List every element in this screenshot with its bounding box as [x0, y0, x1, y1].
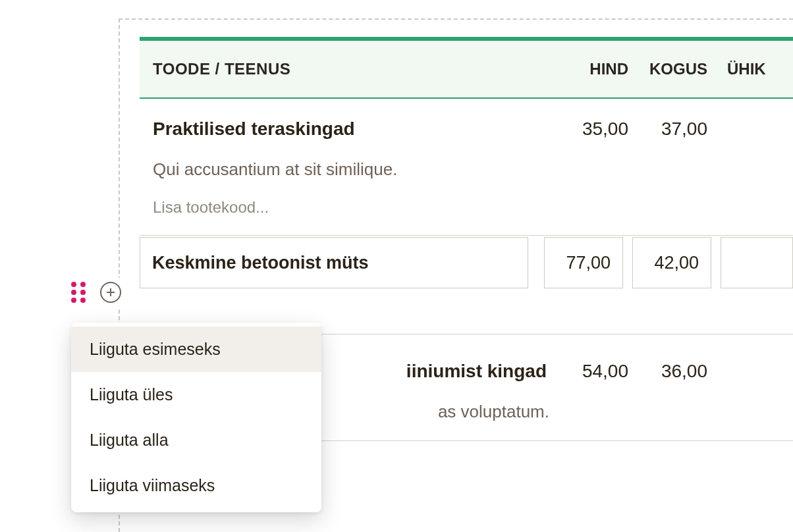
table-header-row: TOODE / TEENUS HIND KOGUS ÜHIK: [140, 41, 793, 99]
menu-item-move-last[interactable]: Liiguta viimaseks: [71, 463, 321, 508]
menu-item-move-down[interactable]: Liiguta alla: [71, 417, 321, 463]
menu-item-move-up[interactable]: Liiguta üles: [71, 372, 321, 417]
price-cell[interactable]: 54,00: [549, 361, 628, 382]
product-description[interactable]: Qui accusantium at sit similique.: [153, 159, 780, 180]
product-name[interactable]: Praktilised teraskingad: [153, 119, 549, 140]
menu-item-move-first[interactable]: Liiguta esimeseks: [71, 327, 321, 372]
product-name-input[interactable]: Keskmine betoonist müts: [140, 237, 528, 288]
row-controls: [66, 278, 130, 307]
price-cell[interactable]: 35,00: [549, 119, 628, 140]
price-input[interactable]: 77,00: [544, 237, 623, 288]
column-header-qty: KOGUS: [628, 60, 707, 78]
unit-input[interactable]: [721, 237, 793, 288]
left-gutter: [0, 0, 72, 532]
column-header-unit: ÜHIK: [707, 60, 780, 78]
add-row-button[interactable]: [100, 282, 121, 303]
qty-input[interactable]: 42,00: [632, 237, 711, 288]
qty-cell[interactable]: 37,00: [628, 119, 707, 140]
row-context-menu: Liiguta esimeseks Liiguta üles Liiguta a…: [71, 323, 321, 512]
drag-handle-icon[interactable]: [71, 282, 88, 303]
table-row[interactable]: Keskmine betoonist müts 77,00 42,00: [140, 237, 793, 288]
column-header-product: TOODE / TEENUS: [153, 60, 549, 78]
qty-cell[interactable]: 36,00: [628, 361, 707, 382]
table-row[interactable]: Praktilised teraskingad 35,00 37,00 Qui …: [140, 99, 793, 236]
product-code-placeholder[interactable]: Lisa tootekood...: [153, 198, 780, 217]
column-header-price: HIND: [549, 60, 628, 78]
